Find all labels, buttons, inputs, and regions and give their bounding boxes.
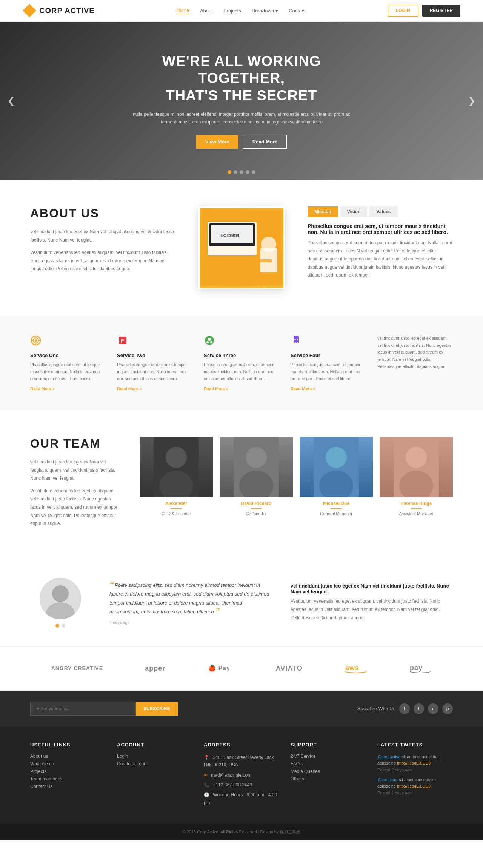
logo-apper: apper <box>145 665 165 673</box>
nav-home[interactable]: Home <box>176 7 189 14</box>
footer-support-title: SUPPORT <box>291 742 366 748</box>
nav-contact[interactable]: Contact <box>289 8 306 14</box>
svg-text:pay: pay <box>410 664 423 672</box>
svg-point-22 <box>297 339 298 340</box>
team-member-4-role: Assistant Manager <box>380 511 453 516</box>
team-left: OUR TEAM vel tincidunt justo leo eget ex… <box>30 437 121 532</box>
view-more-button[interactable]: View More <box>196 135 238 149</box>
hero-dot-3[interactable] <box>240 170 243 174</box>
team-photo-2 <box>220 437 293 497</box>
footer-link-team[interactable]: Team members <box>30 776 106 782</box>
team-text-2: Vestibulum venenatis leo eget ex aliquam… <box>30 487 121 528</box>
hero-title: WE'RE ALL WORKING TOGETHER, THAT'S THE S… <box>128 53 355 105</box>
footer-address-2: ✉ mad@example.com <box>204 771 279 779</box>
service-2-text: Phasellus congue erat sem, ut tempor mau… <box>117 361 192 382</box>
footer-links-title: USEFUL LINKS <box>30 742 106 748</box>
social-facebook-icon[interactable]: f <box>399 703 410 714</box>
team-member-2-role: Co-founder <box>220 511 293 516</box>
testimonial-dot-1[interactable] <box>55 624 59 628</box>
about-left: ABOUT US vel tincidunt justo leo eget ex… <box>30 206 175 278</box>
tweet-1-user: @corpactive <box>377 754 400 759</box>
footer-link-about[interactable]: About us <box>30 754 106 759</box>
register-button[interactable]: REGISTER <box>422 5 460 17</box>
nav-about[interactable]: About <box>200 8 213 14</box>
social-pinterest-icon[interactable]: p <box>442 703 453 714</box>
footer-address-4: 🕐 Working Hours : 8:00 a.m - 4:00 p.m <box>204 791 279 806</box>
svg-point-18 <box>208 338 211 341</box>
team-divider-4 <box>411 508 422 509</box>
subscribe-email-input[interactable] <box>30 702 136 716</box>
about-image-container: Text content <box>198 206 285 289</box>
footer-link-projects[interactable]: Projects <box>30 769 106 774</box>
svg-point-19 <box>206 341 209 343</box>
tweet-2: @corpcorp sit amet consectetur adipiscin… <box>377 777 453 797</box>
footer-address-title: ADDRESS <box>204 742 279 748</box>
nav-projects[interactable]: Projects <box>223 8 241 14</box>
footer-link-whatwedo[interactable]: What we do <box>30 761 106 766</box>
footer-login-link[interactable]: Login <box>117 754 192 759</box>
logo-icon <box>23 4 36 17</box>
about-right: Mission Vision Values Phasellus congue e… <box>308 206 453 284</box>
hero-dot-5[interactable] <box>252 170 255 174</box>
about-tabs: Mission Vision Values <box>308 206 453 217</box>
testimonial-right-title: vel tincidunt justo leo eget ex Nam vel … <box>291 583 453 594</box>
service-3-link[interactable]: Read More » <box>204 386 228 391</box>
hero-arrow-right[interactable]: ❯ <box>468 95 475 106</box>
svg-point-10 <box>35 339 37 342</box>
social-twitter-icon[interactable]: t <box>414 703 424 714</box>
read-more-button[interactable]: Read More <box>243 135 287 149</box>
social-google-icon[interactable]: g <box>428 703 438 714</box>
login-button[interactable]: LOGIN <box>388 5 418 17</box>
logo-text: CORP ACTIVE <box>39 6 95 15</box>
service-4: Service Four Phasellus congue erat sem, … <box>291 335 366 391</box>
about-text-1: vel tincidunt justo leo eget ex Nam vel … <box>30 228 175 244</box>
footer-create-account-link[interactable]: Create account <box>117 761 192 766</box>
svg-text:aws: aws <box>345 664 359 672</box>
team-divider-2 <box>251 508 262 509</box>
service-2-link[interactable]: Read More » <box>117 386 142 391</box>
tweet-2-time: Posted 4 days ago <box>377 791 412 795</box>
socialize-label: Socialize With Us <box>357 706 395 711</box>
service-4-text: Phasellus congue erat sem, ut tempor mau… <box>291 361 366 382</box>
footer-link-contact[interactable]: Contact Us <box>30 784 106 789</box>
footer-main: USEFUL LINKS About us What we do Project… <box>0 727 483 824</box>
service-5-text: vel tincidunt justo leo eget ex aliquam,… <box>377 335 453 370</box>
hero-dot-1[interactable] <box>228 170 231 174</box>
hero-dot-4[interactable] <box>246 170 249 174</box>
service-1-link[interactable]: Read More » <box>30 386 55 391</box>
footer-bottom: © 2018 Corp Active. All Rights Reserved … <box>0 824 483 840</box>
tweet-2-user: @corpcorp <box>377 777 398 782</box>
tab-values[interactable]: Values <box>369 206 397 217</box>
footer-support-3[interactable]: Media Queries <box>291 769 366 774</box>
svg-point-30 <box>326 447 347 468</box>
logo[interactable]: CORP ACTIVE <box>23 4 95 17</box>
about-title: ABOUT US <box>30 206 175 220</box>
svg-text:Text content: Text content <box>219 233 239 237</box>
testimonial-avatar <box>40 578 81 619</box>
svg-text:F: F <box>121 338 124 344</box>
footer-address-1: 📍 3461 Jack Street Beverly Jack Hills 90… <box>204 754 279 769</box>
tab-vision[interactable]: Vision <box>340 206 368 217</box>
logo-angry-creative: ANGRY CREATIVE <box>51 665 103 671</box>
logo-aviato: AVIATO <box>276 665 303 673</box>
hero-dot-2[interactable] <box>234 170 237 174</box>
subscribe-button[interactable]: SUBSCRIBE <box>136 702 178 716</box>
testimonial-right-text: Vestibulum venenatis leo eget ex aliquam… <box>291 597 453 622</box>
footer-support-2[interactable]: FAQ's <box>291 761 366 766</box>
footer-account-title: ACCOUNT <box>117 742 192 748</box>
hero-arrow-left[interactable]: ❮ <box>8 95 15 106</box>
nav-dropdown[interactable]: Dropdown ▾ <box>252 8 278 14</box>
hero-section: ❮ WE'RE ALL WORKING TOGETHER, THAT'S THE… <box>0 22 483 180</box>
testimonial-right: vel tincidunt justo leo eget ex Nam vel … <box>291 583 453 622</box>
tweet-1-link[interactable]: http://t.co/jE3.ULjJ <box>397 761 431 765</box>
footer-support-1[interactable]: 24/7 Service <box>291 754 366 759</box>
team-member-3: Michael Doe General Manager <box>300 437 373 516</box>
service-4-link[interactable]: Read More » <box>291 386 315 391</box>
tweet-2-link[interactable]: http://t.co/jE3.ULjJ <box>397 784 431 788</box>
testimonial-dot-2[interactable] <box>62 624 65 628</box>
tab-mission[interactable]: Mission <box>308 206 338 217</box>
footer-support-4[interactable]: Others <box>291 776 366 782</box>
chevron-down-icon: ▾ <box>275 8 278 14</box>
wifi-icon <box>30 335 106 349</box>
service-1: Service One Phasellus congue erat sem, u… <box>30 335 106 391</box>
